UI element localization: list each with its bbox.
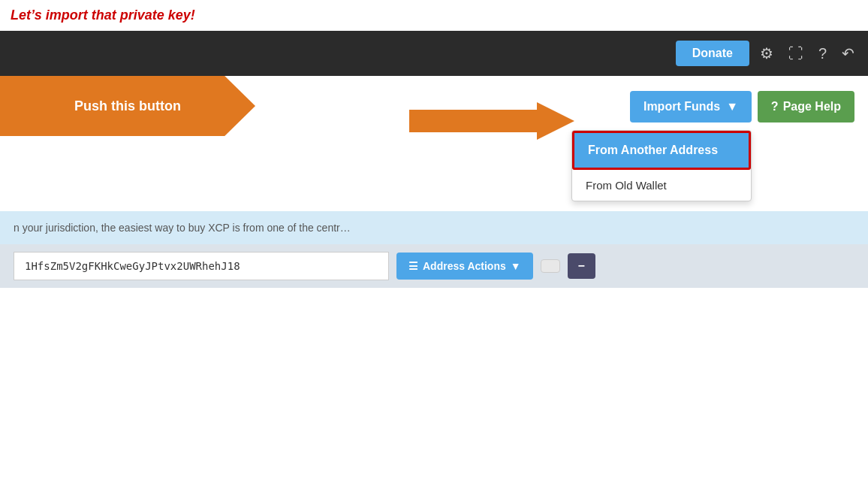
import-funds-caret: ▼ — [726, 100, 738, 113]
from-another-address-item[interactable]: From Another Address — [572, 131, 751, 170]
push-this-button[interactable]: Push this button — [0, 76, 255, 136]
page-help-button[interactable]: ? Page Help — [758, 91, 854, 122]
main-content: Push this button Import Funds ▼ ? Page H… — [0, 76, 868, 452]
logout-icon[interactable]: ↶ — [837, 41, 859, 65]
page-help-icon: ? — [771, 100, 779, 113]
address-actions-caret: ▼ — [511, 260, 521, 272]
address-row: ☰ Address Actions ▼ − — [0, 244, 868, 288]
page-help-label: Page Help — [783, 100, 841, 113]
svg-marker-0 — [409, 102, 574, 140]
import-funds-button[interactable]: Import Funds ▼ — [630, 91, 752, 122]
header-bar: Donate ⚙ ⛶ ? ↶ — [0, 31, 868, 76]
gear-icon[interactable]: ⚙ — [755, 41, 778, 65]
help-icon[interactable]: ? — [814, 42, 831, 65]
info-bar: n your jurisdiction, the easiest way to … — [0, 211, 868, 244]
donate-button[interactable]: Donate — [676, 41, 749, 66]
address-actions-icon: ☰ — [408, 260, 418, 272]
address-input[interactable] — [14, 252, 389, 280]
import-funds-dropdown: From Another Address From Old Wallet — [571, 130, 752, 201]
address-actions-label: Address Actions — [423, 260, 506, 272]
info-bar-text: n your jurisdiction, the easiest way to … — [14, 222, 351, 234]
arrow-indicator — [409, 102, 574, 140]
expand-icon[interactable]: ⛶ — [784, 42, 808, 65]
annotation-text: Let’s import that private key! — [0, 0, 868, 31]
address-actions-button[interactable]: ☰ Address Actions ▼ — [396, 253, 533, 280]
from-old-wallet-item[interactable]: From Old Wallet — [572, 170, 751, 201]
minus-button[interactable]: − — [568, 253, 595, 279]
import-funds-label: Import Funds — [643, 100, 720, 113]
small-action-button[interactable] — [541, 259, 560, 273]
